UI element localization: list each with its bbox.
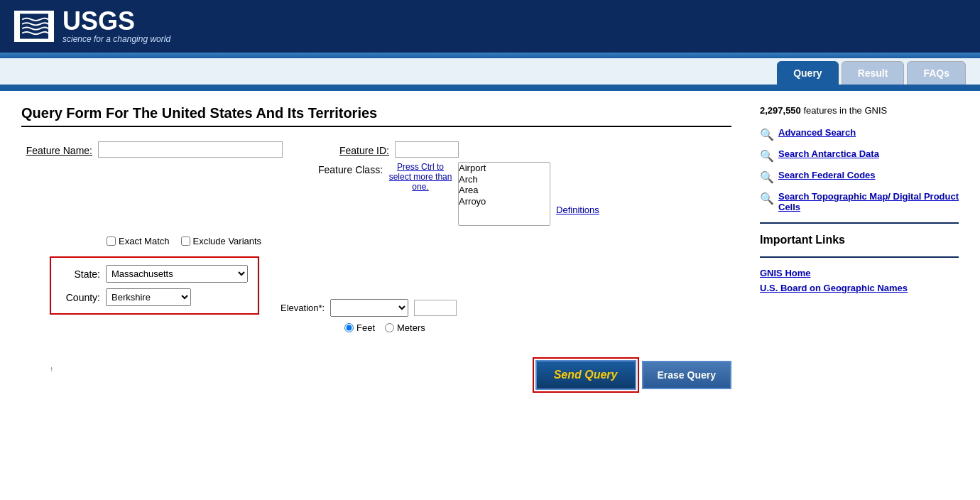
usgs-name: USGS — [62, 9, 170, 34]
search-icon-3: 🔍 — [760, 170, 774, 184]
tab-query[interactable]: Query — [777, 61, 838, 85]
send-query-button[interactable]: Send Query — [535, 360, 636, 390]
feature-count-suffix: features in the GNIS — [803, 105, 887, 116]
state-row: State: Massachusetts — [61, 265, 248, 283]
tab-bar: Query Result FAQs — [0, 58, 980, 87]
search-icon-4: 🔍 — [760, 192, 774, 205]
state-label: State: — [61, 268, 100, 280]
feature-name-label: Feature Name: — [21, 143, 92, 156]
county-label: County: — [61, 292, 100, 303]
gnis-home-link[interactable]: GNIS Home — [760, 268, 959, 278]
feature-class-label-group: Press Ctrl to select more than one. — [388, 162, 452, 192]
sidebar-divider — [760, 222, 959, 224]
feature-count: 2,297,550 features in the GNIS — [760, 105, 959, 116]
sidebar-link-antarctica: 🔍 Search Antarctica Data — [760, 148, 959, 163]
units-radio-row: Feet Meters — [344, 322, 457, 333]
elevation-select[interactable] — [330, 299, 408, 317]
feature-id-label: Feature ID: — [318, 143, 389, 156]
nav-bar — [0, 53, 980, 58]
search-icon-1: 🔍 — [760, 128, 774, 141]
search-icon-2: 🔍 — [760, 149, 774, 163]
usgs-waves-icon — [20, 13, 48, 39]
county-select[interactable]: Berkshire — [106, 288, 191, 306]
definitions-link[interactable]: Definitions — [556, 162, 599, 215]
feet-label: Feet — [356, 322, 375, 333]
feature-class-option-arroyo[interactable]: Arroyo — [459, 196, 550, 207]
feature-class-ctrl-link[interactable]: Press Ctrl to select more than one. — [388, 162, 452, 192]
checkbox-row: Exact Match Exclude Variants — [107, 236, 731, 246]
button-row: Send Query Erase Query — [533, 357, 731, 393]
state-select[interactable]: Massachusetts — [106, 265, 248, 283]
exact-match-checkbox[interactable] — [107, 237, 116, 246]
feature-class-listbox[interactable]: Airport Arch Area Arroyo — [458, 162, 550, 226]
sidebar-link-advanced-search: 🔍 Advanced Search — [760, 127, 959, 141]
feature-class-label: Feature Class: — [318, 162, 383, 175]
usgs-tagline: science for a changing world — [62, 34, 170, 44]
send-query-wrapper: Send Query — [533, 357, 639, 393]
footnote: ↑ — [50, 365, 53, 373]
sidebar-link-topographic: 🔍 Search Topographic Map/ Digital Produc… — [760, 191, 959, 212]
meters-label: Meters — [397, 322, 425, 333]
antarctica-search-link[interactable]: Search Antarctica Data — [778, 148, 879, 159]
erase-query-button[interactable]: Erase Query — [642, 361, 732, 389]
exclude-variants-checkbox-label[interactable]: Exclude Variants — [181, 236, 262, 246]
usgs-logo: USGS science for a changing world — [14, 9, 170, 44]
exact-match-checkbox-label[interactable]: Exact Match — [107, 236, 170, 246]
feet-radio-label[interactable]: Feet — [344, 322, 375, 333]
advanced-search-link[interactable]: Advanced Search — [778, 127, 856, 138]
federal-codes-link[interactable]: Search Federal Codes — [778, 170, 876, 180]
feature-id-input[interactable] — [395, 141, 459, 158]
elevation-input[interactable] — [414, 300, 457, 316]
sidebar: 2,297,550 features in the GNIS 🔍 Advance… — [760, 105, 959, 393]
topographic-link[interactable]: Search Topographic Map/ Digital Product … — [778, 191, 959, 212]
tab-faqs[interactable]: FAQs — [907, 61, 966, 85]
feature-name-input[interactable] — [98, 141, 283, 158]
meters-radio[interactable] — [385, 323, 394, 332]
state-county-box: State: Massachusetts County: Berkshire — [50, 256, 259, 315]
feature-class-section: Press Ctrl to select more than one. Airp… — [388, 162, 599, 226]
feature-class-option-area[interactable]: Area — [459, 185, 550, 196]
board-geographic-names-link[interactable]: U.S. Board on Geographic Names — [760, 283, 959, 293]
usgs-logo-box — [14, 11, 54, 42]
header: USGS science for a changing world — [0, 0, 980, 53]
exclude-variants-label: Exclude Variants — [193, 236, 262, 246]
usgs-text-group: USGS science for a changing world — [62, 9, 170, 44]
important-links-title: Important Links — [760, 234, 959, 246]
main-container: Query Form For The United States And Its… — [0, 91, 980, 407]
elevation-label: Elevation*: — [281, 303, 325, 313]
elevation-row: Elevation*: — [281, 299, 457, 317]
form-divider — [21, 126, 731, 127]
sidebar-link-federal-codes: 🔍 Search Federal Codes — [760, 170, 959, 184]
county-row: County: Berkshire — [61, 288, 248, 306]
svg-rect-0 — [20, 13, 48, 38]
exclude-variants-checkbox[interactable] — [181, 237, 190, 246]
exact-match-label: Exact Match — [119, 236, 170, 246]
feature-name-row: Feature Name: Feature ID: Feature Class:… — [21, 141, 731, 226]
page-title: Query Form For The United States And Its… — [21, 105, 731, 121]
feature-class-option-airport[interactable]: Airport — [459, 163, 550, 174]
feature-count-number: 2,297,550 — [760, 105, 803, 116]
feet-radio[interactable] — [344, 323, 354, 332]
form-area: Query Form For The United States And Its… — [21, 105, 731, 393]
sidebar-divider-2 — [760, 256, 959, 258]
feature-class-option-arch[interactable]: Arch — [459, 174, 550, 185]
meters-radio-label[interactable]: Meters — [385, 322, 425, 333]
tab-result[interactable]: Result — [842, 61, 905, 85]
